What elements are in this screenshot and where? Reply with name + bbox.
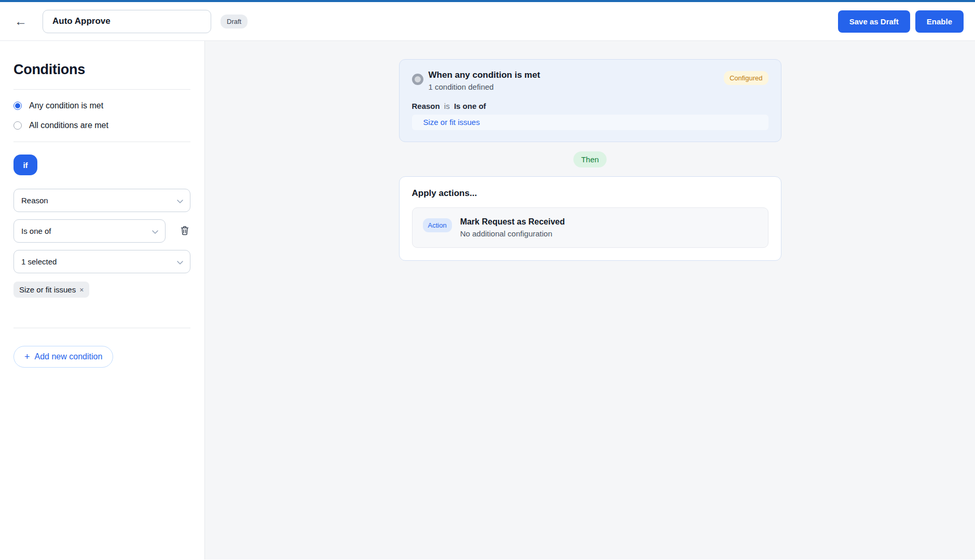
trigger-condition-field: Reason: [412, 102, 440, 110]
action-description: No additional configuration: [460, 229, 565, 238]
delete-condition-button[interactable]: [179, 226, 190, 237]
workflow-name-input[interactable]: [43, 10, 211, 33]
selected-value-tag-label: Size or fit issues: [19, 285, 76, 294]
divider: [13, 142, 190, 142]
arrow-left-icon: ←: [15, 14, 27, 29]
enable-button[interactable]: Enable: [915, 10, 964, 33]
trigger-condition-operator: Is one of: [454, 102, 486, 110]
trigger-condition-value-link[interactable]: Size or fit issues: [423, 118, 480, 127]
then-connector: Then: [399, 151, 781, 167]
condition-field-select[interactable]: Reason: [13, 189, 190, 212]
add-new-condition-button[interactable]: + Add new condition: [13, 346, 113, 368]
sidebar-title: Conditions: [13, 62, 190, 78]
chevron-down-icon: [177, 196, 183, 205]
plus-icon: +: [24, 352, 30, 361]
back-button[interactable]: ←: [11, 12, 30, 31]
operator-row: Is one of: [13, 212, 190, 243]
match-option-any-label: Any condition is met: [29, 101, 103, 110]
trigger-condition-summary: Reason is Is one of: [412, 102, 768, 110]
selected-value-tag: Size or fit issues ×: [13, 282, 89, 298]
if-pill: if: [13, 155, 37, 175]
trigger-condition-connector: is: [444, 102, 450, 110]
divider: [13, 328, 190, 328]
match-option-any[interactable]: Any condition is met: [13, 101, 190, 110]
trigger-condition-values: Size or fit issues: [412, 115, 768, 130]
condition-values-select[interactable]: 1 selected: [13, 250, 190, 273]
then-pill: Then: [573, 151, 607, 167]
remove-tag-button[interactable]: ×: [79, 286, 84, 293]
radio-icon[interactable]: [13, 121, 22, 130]
trigger-card[interactable]: When any condition is met 1 condition de…: [399, 59, 781, 142]
action-badge: Action: [423, 218, 452, 232]
conditions-sidebar: Conditions Any condition is met All cond…: [0, 41, 205, 559]
status-badge: Draft: [221, 15, 248, 29]
condition-operator-select[interactable]: Is one of: [13, 219, 166, 243]
match-option-all[interactable]: All conditions are met: [13, 121, 190, 130]
trigger-subtitle: 1 condition defined: [429, 82, 724, 91]
trash-icon: [180, 226, 189, 237]
trigger-title: When any condition is met: [429, 70, 724, 80]
action-name: Mark Request as Received: [460, 217, 565, 227]
actions-card-title: Apply actions...: [412, 188, 768, 199]
condition-field-value: Reason: [21, 196, 48, 205]
chevron-down-icon: [177, 257, 183, 266]
condition-operator-value: Is one of: [21, 227, 51, 235]
configured-badge: Configured: [724, 71, 768, 85]
condition-values-summary: 1 selected: [21, 257, 57, 266]
match-option-all-label: All conditions are met: [29, 121, 108, 130]
save-as-draft-button[interactable]: Save as Draft: [838, 10, 910, 33]
workflow-canvas: When any condition is met 1 condition de…: [205, 41, 975, 559]
topbar: ← Draft Save as Draft Enable: [0, 2, 975, 41]
trigger-node-icon: [412, 74, 423, 85]
add-new-condition-label: Add new condition: [35, 352, 103, 361]
action-item[interactable]: Action Mark Request as Received No addit…: [412, 207, 768, 248]
divider: [13, 89, 190, 90]
radio-icon[interactable]: [13, 102, 22, 110]
chevron-down-icon: [152, 227, 158, 235]
actions-card: Apply actions... Action Mark Request as …: [399, 176, 781, 261]
